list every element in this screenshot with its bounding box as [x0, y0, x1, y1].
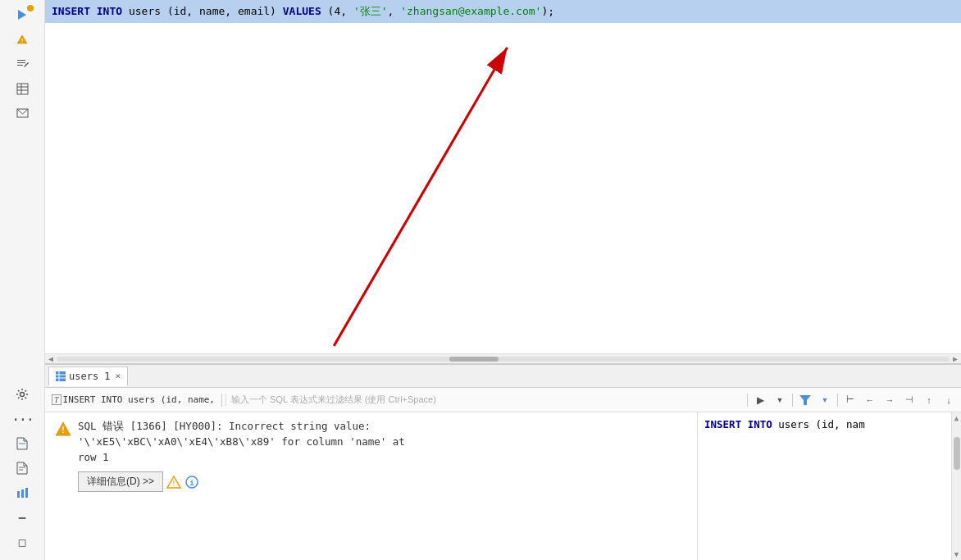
doc-icon[interactable]	[9, 432, 35, 455]
error-warning-icon: !	[55, 421, 71, 437]
svg-text:!: !	[172, 480, 176, 488]
svg-marker-0	[18, 10, 26, 20]
svg-text:!: !	[20, 38, 24, 44]
svg-text:!: !	[61, 426, 66, 435]
warning-small-icon: !	[166, 476, 181, 489]
execute-btn[interactable]: ▶	[751, 391, 769, 409]
filter-btn[interactable]	[796, 391, 814, 409]
sql-keyword-values: VALUES	[283, 5, 328, 17]
sql-table: users	[129, 5, 167, 17]
result-right-text: INSERT INTO users (id, nam	[704, 417, 945, 432]
separator-3	[792, 394, 793, 407]
maximize-icon[interactable]: □	[9, 530, 35, 553]
svg-rect-17	[21, 489, 24, 498]
svg-rect-3	[17, 60, 25, 61]
sql-line-selected[interactable]: INSERT INTO users (id, name, email) VALU…	[45, 0, 961, 23]
scroll-left-btn[interactable]: ◀	[45, 354, 57, 363]
svg-rect-5	[17, 65, 23, 66]
result-right-scrollbar[interactable]: ▲ ▼	[951, 412, 961, 560]
tab-label: users 1	[69, 371, 111, 382]
editor-area: INSERT INTO users (id, name, email) VALU…	[45, 0, 961, 363]
scroll-down-btn[interactable]: ▼	[953, 549, 961, 560]
nav-next-btn[interactable]: →	[881, 391, 899, 409]
nav-down-btn[interactable]: ↓	[940, 391, 958, 409]
nav-last-btn[interactable]: ⊣	[900, 391, 918, 409]
separator-1	[221, 394, 222, 407]
dots-icon[interactable]: ···	[9, 407, 35, 430]
svg-rect-18	[25, 488, 28, 498]
mail-icon[interactable]	[9, 102, 35, 125]
right-insert-kw: INSERT INTO	[704, 418, 778, 430]
edit-icon[interactable]	[9, 52, 35, 75]
dropdown-btn[interactable]: ▼	[771, 391, 789, 409]
main-content: INSERT INTO users (id, name, email) VALU…	[45, 0, 961, 560]
svg-rect-16	[17, 491, 20, 498]
scroll-track-h[interactable]	[57, 357, 950, 362]
editor-empty-space[interactable]	[45, 23, 961, 353]
settings-icon[interactable]	[9, 383, 35, 406]
sidebar: ! ···	[0, 0, 45, 560]
filter-dropdown[interactable]: ▼	[816, 391, 834, 409]
result-content: ! SQL 错误 [1366] [HY000]: Incorrect strin…	[45, 412, 961, 560]
sql-string-name: '张三'	[353, 5, 388, 17]
tab-close-btn[interactable]: ×	[116, 371, 121, 381]
right-table: users (id, nam	[778, 418, 864, 430]
doc2-icon[interactable]	[9, 457, 35, 480]
svg-rect-4	[17, 62, 25, 63]
error-detail-2: row 1	[78, 451, 109, 463]
chart-icon[interactable]	[9, 481, 35, 504]
filter-placeholder[interactable]: 输入一个 SQL 表达式来过滤结果 (使用 Ctrl+Space)	[225, 394, 744, 406]
result-toolbar: T INSERT INTO users (id, name, 输入一个 SQL …	[45, 388, 961, 412]
table-icon[interactable]	[9, 77, 35, 100]
nav-prev-btn[interactable]: ←	[861, 391, 879, 409]
separator-2	[747, 394, 748, 407]
error-code-line: SQL 错误 [1366] [HY000]: Incorrect string …	[78, 420, 371, 432]
users-tab[interactable]: users 1 ×	[48, 367, 128, 386]
sql-string-email: 'zhangsan@example.com'	[400, 5, 541, 17]
italic-icon: T	[52, 394, 61, 405]
scroll-right-btn[interactable]: ▶	[950, 354, 961, 363]
run-icon[interactable]	[9, 3, 35, 26]
svg-marker-25	[799, 395, 811, 405]
nav-up-btn[interactable]: ↑	[920, 391, 938, 409]
sql-values: (4,	[328, 5, 353, 17]
sql-end: );	[541, 5, 554, 17]
sql-keyword: INSERT INTO	[52, 5, 129, 17]
table-tab-icon	[56, 371, 66, 381]
error-detail-1: '\'xE5\'xBC\'xA0\'xE4\'xB8\'x89' for col…	[78, 435, 405, 448]
scroll-thumb-h[interactable]	[449, 357, 499, 362]
sql-comma: ,	[388, 5, 401, 17]
separator-4	[837, 394, 838, 407]
scroll-thumb-v[interactable]	[954, 437, 960, 470]
minimize-icon[interactable]: −	[9, 506, 35, 529]
query-label: T INSERT INTO users (id, name,	[48, 394, 218, 405]
nav-first-btn[interactable]: ⊢	[841, 391, 859, 409]
error-text: SQL 错误 [1366] [HY000]: Incorrect string …	[78, 419, 405, 465]
scroll-up-btn[interactable]: ▲	[953, 412, 961, 424]
query-text: INSERT INTO users (id, name,	[63, 394, 215, 405]
svg-rect-21	[56, 371, 66, 381]
h-scrollbar[interactable]: ◀ ▶	[45, 353, 961, 363]
sql-columns: (id, name, email)	[167, 5, 283, 17]
info-small-icon: i	[184, 476, 199, 489]
result-main: ! SQL 错误 [1366] [HY000]: Incorrect strin…	[45, 412, 697, 560]
warning-badge: !	[9, 28, 35, 51]
detail-info-button[interactable]: 详细信息(D) >>	[78, 471, 163, 492]
svg-point-12	[20, 393, 25, 397]
svg-text:i: i	[189, 479, 194, 487]
detail-btn-row: 详细信息(D) >> ! i	[78, 471, 687, 492]
svg-rect-7	[17, 84, 28, 94]
error-row: ! SQL 错误 [1366] [HY000]: Incorrect strin…	[55, 419, 687, 465]
tab-bar: users 1 ×	[45, 365, 961, 388]
result-right-panel: INSERT INTO users (id, nam	[697, 412, 951, 560]
bottom-panel: users 1 × T INSERT INTO users (id, name,…	[45, 363, 961, 560]
